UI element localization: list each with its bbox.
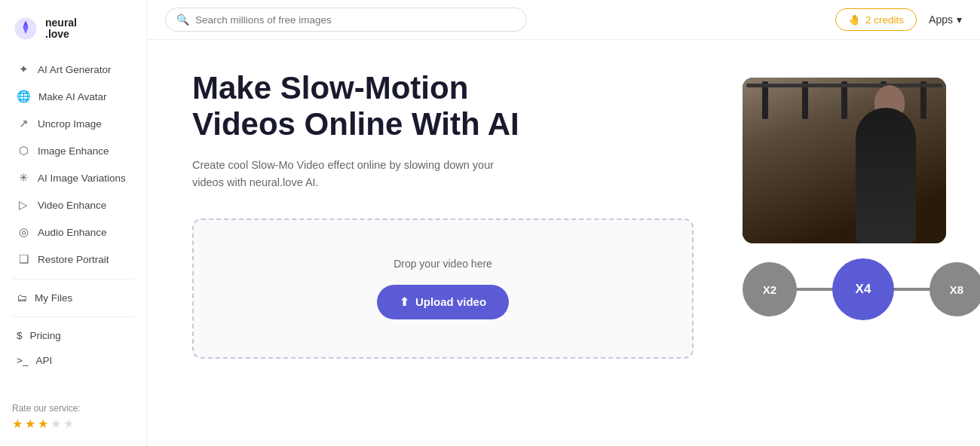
search-input[interactable] [195,14,516,26]
nav-divider-2 [12,316,134,317]
audio-icon: ◎ [17,225,30,239]
sidebar-item-label: AI Art Generator [38,64,112,75]
sidebar-item-audio-enhance[interactable]: ◎ Audio Enhance [5,218,142,246]
speed-x4-button[interactable]: X4 [832,258,894,320]
star-2[interactable]: ★ [25,417,35,431]
sidebar-item-label: AI Image Variations [38,173,126,184]
files-icon: 🗂 [17,292,27,304]
sidebar-item-ai-art-generator[interactable]: ✦ AI Art Generator [5,56,142,83]
page-title: Make Slow-Motion Videos Online With AI [192,70,569,143]
video-preview [743,78,946,243]
star-5[interactable]: ★ [63,417,74,431]
speed-x2-button[interactable]: X2 [743,262,797,316]
pricing-icon: $ [17,330,23,341]
sidebar-item-label: Pricing [30,330,61,341]
logo-icon [12,15,39,42]
apps-label: Apps [929,14,953,26]
drop-text: Drop your video here [394,258,492,270]
sidebar-item-make-ai-avatar[interactable]: 🌐 Make AI Avatar [5,83,142,110]
upload-icon: ⬆ [400,295,409,309]
sidebar-item-my-files[interactable]: 🗂 My Files [5,286,142,310]
search-icon: 🔍 [176,14,189,26]
sidebar-item-label: Restore Portrait [38,254,109,265]
upload-button-label: Upload video [415,295,486,308]
header: 🔍 🤚 2 credits Apps ▾ [147,0,980,40]
avatar-icon: 🌐 [17,90,31,103]
uncrop-icon: ↗ [17,117,30,130]
sidebar-item-label: API [35,355,52,366]
ai-art-icon: ✦ [17,63,30,76]
sidebar-item-api[interactable]: >_ API [5,348,142,373]
api-icon: >_ [17,355,28,366]
upload-video-button[interactable]: ⬆ Upload video [377,285,509,319]
sidebar-item-label: Image Enhance [38,145,109,157]
credits-icon: 🤚 [848,14,861,26]
sidebar-item-label: My Files [35,292,72,304]
main-area: 🔍 🤚 2 credits Apps ▾ Make Slow-Motion Vi… [147,0,980,446]
sidebar: neural .love ✦ AI Art Generator 🌐 Make A… [0,0,147,446]
logo[interactable]: neural .love [0,8,146,56]
sidebar-item-label: Make AI Avatar [38,91,107,102]
nav-divider [12,279,134,280]
apps-button[interactable]: Apps ▾ [929,14,962,26]
video-icon: ▷ [17,198,30,212]
sidebar-item-pricing[interactable]: $ Pricing [5,323,142,348]
search-bar[interactable]: 🔍 [165,8,527,32]
video-preview-container: X2 X4 X8 [743,78,946,320]
credits-button[interactable]: 🤚 2 credits [835,8,917,31]
portrait-icon: ❑ [17,252,30,266]
speed-selector: X2 X4 X8 [743,258,980,320]
sidebar-item-label: Video Enhance [38,200,106,211]
speed-x8-button[interactable]: X8 [929,262,980,316]
star-1[interactable]: ★ [12,417,23,431]
railing [743,78,946,119]
content-left: Make Slow-Motion Videos Online With AI C… [147,40,724,446]
sidebar-item-video-enhance[interactable]: ▷ Video Enhance [5,191,142,218]
rate-label: Rate our service: [12,403,81,414]
header-right: 🤚 2 credits Apps ▾ [835,8,962,31]
page-description: Create cool Slow-Mo Video effect online … [192,157,524,191]
railing-bar [746,84,942,87]
content-area: Make Slow-Motion Videos Online With AI C… [147,40,980,446]
credits-label: 2 credits [865,14,904,26]
star-3[interactable]: ★ [38,417,48,431]
upload-area[interactable]: Drop your video here ⬆ Upload video [192,218,694,359]
sidebar-item-label: Audio Enhance [38,227,107,238]
logo-text: neural .love [45,17,77,41]
enhance-icon: ⬡ [17,144,30,157]
sidebar-item-ai-image-variations[interactable]: ✳ AI Image Variations [5,164,142,191]
sidebar-item-image-enhance[interactable]: ⬡ Image Enhance [5,137,142,164]
star-rating[interactable]: ★ ★ ★ ★ ★ [12,417,134,431]
person-silhouette [743,78,946,243]
sidebar-item-label: Uncrop Image [38,118,102,130]
star-4[interactable]: ★ [51,417,61,431]
variations-icon: ✳ [17,171,30,185]
sidebar-item-uncrop-image[interactable]: ↗ Uncrop Image [5,110,142,137]
sidebar-item-restore-portrait[interactable]: ❑ Restore Portrait [5,246,142,273]
person-body [856,108,916,243]
content-right: X2 X4 X8 [724,40,980,446]
chevron-down-icon: ▾ [957,14,962,26]
rate-section: Rate our service: ★ ★ ★ ★ ★ [0,396,146,438]
